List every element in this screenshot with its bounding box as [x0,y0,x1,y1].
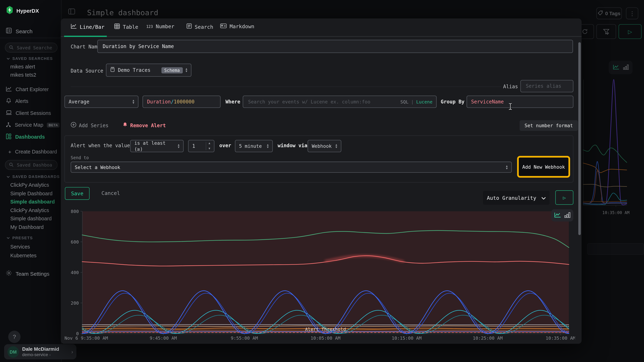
saved-searches-input[interactable] [16,44,53,51]
edit-chart-modal: Line/Bar Table 123 Number Search Markdow… [61,18,582,344]
brand[interactable]: HyperDX [6,6,39,16]
tags-label: 0 Tags [605,10,620,16]
tab-markdown[interactable]: Markdown [220,23,254,29]
group-by-value: ServiceName [471,99,504,105]
sidebar-item-search[interactable]: Search [6,26,32,36]
alias-label: Alias [503,84,518,89]
saved-dashboards-header[interactable]: SAVED DASHBOARDS [6,175,60,179]
service-map-icon [6,122,11,129]
filter-edit-button[interactable] [596,24,616,39]
sidebar-item-dashboards[interactable]: Dashboards [6,132,45,142]
background-chart-type-toggle[interactable] [609,61,632,74]
remove-alert-button[interactable]: Remove Alert [122,122,166,129]
saved-dashboards-search[interactable] [5,160,58,170]
query-language-toggle[interactable]: SQL | Lucene [400,96,432,107]
saved-dashboard-item[interactable]: ClickPy Analytics [10,182,55,189]
chart-name-field[interactable] [97,40,573,53]
sidebar-collapse-icon[interactable] [68,8,76,17]
select-chevrons-icon: ▲▼ [178,144,180,149]
alias-input[interactable] [525,83,569,90]
tab-search[interactable]: Search [186,23,213,30]
sidebar-item-alerts[interactable]: Alerts [6,96,28,106]
alias-field[interactable] [520,80,573,92]
sql-option[interactable]: SQL [400,99,408,104]
magnifier-icon [9,44,14,51]
svg-text:10:15:00 AM: 10:15:00 AM [392,336,422,341]
background-chart: 10:35:00 AM [580,75,644,227]
cancel-button[interactable]: Cancel [102,190,120,196]
webhook-select[interactable]: Select a Webhook ▲▼ [71,162,512,173]
bell-icon [6,98,12,105]
saved-search-item[interactable]: mikes alert [10,64,36,71]
presets-header[interactable]: PRESETS [6,235,33,240]
saved-dashboard-item[interactable]: Simple dashboard [10,199,55,206]
set-number-format-button[interactable]: Set number format [520,120,578,131]
sidebar-item-service-map[interactable]: Service Map BETA [6,120,60,130]
where-field[interactable]: SQL | Lucene [243,96,437,108]
expression-operator: / [171,99,174,105]
modal-scrollbar[interactable] [578,42,581,235]
bar-chart-icon[interactable] [564,211,570,219]
data-source-select[interactable]: Demo Traces Schema ▲▼ [106,64,192,77]
plus-icon: + [8,149,11,155]
add-new-webhook-button[interactable]: Add New Webhook [519,158,568,176]
alert-condition-select[interactable]: is at least (≥) ▲▼ [130,140,184,152]
alert-channel-select[interactable]: Webhook ▲▼ [308,140,341,152]
bell-filled-icon [122,122,128,129]
saved-searches-search[interactable] [5,43,58,52]
tab-line-bar[interactable]: Line/Bar [71,23,104,30]
sidebar-item-team-settings[interactable]: Team Settings [6,269,49,279]
save-button[interactable]: Save [65,187,90,200]
tags-button[interactable]: 0 Tags [596,7,622,19]
expression-field[interactable]: Duration/1000000 [142,96,220,108]
saved-dashboard-item[interactable]: My Dashboard [10,224,55,231]
where-label: Where [226,99,240,105]
chevron-right-icon: › [72,349,73,355]
add-webhook-highlight-ring: Add New Webhook [517,156,570,178]
chart-name-input[interactable] [102,43,568,50]
saved-dashboard-item[interactable]: Simple Dashboard [10,190,55,197]
kebab-menu-button[interactable]: ⋮ [626,7,638,19]
alert-window-select[interactable]: 5 minute ▲▼ [235,140,273,152]
preset-item[interactable]: Services [10,244,36,251]
chevron-down-icon [6,56,10,61]
where-input[interactable] [247,98,383,105]
add-series-button[interactable]: Add Series [71,122,108,129]
chart-type-toggle[interactable] [551,209,573,221]
create-dashboard-button[interactable]: + Create Dashboard [8,147,57,157]
caret-down-icon [541,194,546,201]
preview-run-button[interactable]: ▷ [555,190,573,204]
bar-chart-icon[interactable] [623,64,628,71]
lucene-option[interactable]: Lucene [416,99,432,104]
help-button[interactable]: ? [8,331,20,343]
select-chevrons-icon: ▲▼ [132,99,134,104]
run-query-button[interactable]: ▷ [618,24,642,39]
beta-badge: BETA [47,123,60,128]
saved-dashboard-item[interactable]: Simple dashboard [10,216,55,222]
tabs-underline-track [61,36,582,37]
stepper-icons[interactable]: ▲▼ [206,142,210,150]
saved-dashboard-item[interactable]: ClickPy Analytics [10,207,55,214]
list-doc-icon [186,23,192,30]
saved-searches-header[interactable]: SAVED SEARCHES [6,56,53,61]
saved-dashboards-input[interactable] [16,162,53,168]
send-to-label: Send to [71,155,89,160]
saved-search-item[interactable]: mikes tets2 [10,72,36,79]
database-icon [110,67,115,73]
aggregation-value: Average [68,99,130,105]
aggregation-select[interactable]: Average ▲▼ [64,96,138,108]
line-chart-icon [71,23,77,30]
search-doc-icon [6,27,12,35]
sidebar-item-chart-explorer[interactable]: Chart Explorer [6,85,49,94]
alert-threshold-input[interactable]: 1 ▲▼ [188,140,214,152]
sidebar-item-client-sessions[interactable]: Client Sessions [6,108,51,118]
user-menu[interactable]: DM Dale McDiarmid demo-service - › [4,344,76,359]
line-chart-icon[interactable] [612,64,619,71]
line-chart-icon[interactable] [554,211,561,219]
select-chevrons-icon: ▲▼ [506,165,508,170]
tab-table[interactable]: Table [114,23,138,30]
granularity-select[interactable]: Auto Granularity [483,191,550,205]
group-by-field[interactable]: ServiceName [466,96,573,108]
tab-number[interactable]: 123 Number [146,23,174,29]
preset-item[interactable]: Kubernetes [10,253,36,259]
